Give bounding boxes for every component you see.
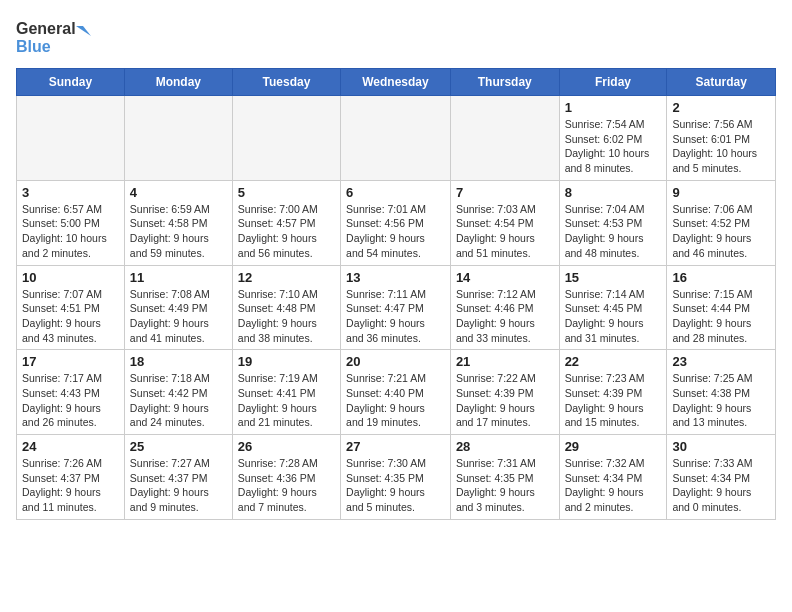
day-number: 22: [565, 354, 662, 369]
svg-marker-2: [76, 26, 91, 36]
day-detail: Sunrise: 7:33 AM Sunset: 4:34 PM Dayligh…: [672, 456, 770, 515]
day-detail: Sunrise: 7:11 AM Sunset: 4:47 PM Dayligh…: [346, 287, 445, 346]
day-detail: Sunrise: 7:17 AM Sunset: 4:43 PM Dayligh…: [22, 371, 119, 430]
day-number: 15: [565, 270, 662, 285]
day-number: 10: [22, 270, 119, 285]
calendar-cell: 30Sunrise: 7:33 AM Sunset: 4:34 PM Dayli…: [667, 435, 776, 520]
weekday-header-wednesday: Wednesday: [341, 69, 451, 96]
day-detail: Sunrise: 7:21 AM Sunset: 4:40 PM Dayligh…: [346, 371, 445, 430]
day-detail: Sunrise: 7:27 AM Sunset: 4:37 PM Dayligh…: [130, 456, 227, 515]
weekday-header-thursday: Thursday: [450, 69, 559, 96]
day-detail: Sunrise: 7:31 AM Sunset: 4:35 PM Dayligh…: [456, 456, 554, 515]
day-detail: Sunrise: 7:08 AM Sunset: 4:49 PM Dayligh…: [130, 287, 227, 346]
day-detail: Sunrise: 7:32 AM Sunset: 4:34 PM Dayligh…: [565, 456, 662, 515]
weekday-header-friday: Friday: [559, 69, 667, 96]
calendar-cell: 26Sunrise: 7:28 AM Sunset: 4:36 PM Dayli…: [232, 435, 340, 520]
day-detail: Sunrise: 7:18 AM Sunset: 4:42 PM Dayligh…: [130, 371, 227, 430]
calendar-cell: [450, 96, 559, 181]
day-detail: Sunrise: 7:01 AM Sunset: 4:56 PM Dayligh…: [346, 202, 445, 261]
week-row-5: 24Sunrise: 7:26 AM Sunset: 4:37 PM Dayli…: [17, 435, 776, 520]
day-detail: Sunrise: 7:28 AM Sunset: 4:36 PM Dayligh…: [238, 456, 335, 515]
calendar-cell: 12Sunrise: 7:10 AM Sunset: 4:48 PM Dayli…: [232, 265, 340, 350]
logo-icon: GeneralBlue: [16, 16, 96, 56]
calendar-cell: 24Sunrise: 7:26 AM Sunset: 4:37 PM Dayli…: [17, 435, 125, 520]
day-detail: Sunrise: 7:12 AM Sunset: 4:46 PM Dayligh…: [456, 287, 554, 346]
day-detail: Sunrise: 6:57 AM Sunset: 5:00 PM Dayligh…: [22, 202, 119, 261]
calendar-cell: 29Sunrise: 7:32 AM Sunset: 4:34 PM Dayli…: [559, 435, 667, 520]
day-number: 4: [130, 185, 227, 200]
calendar-cell: 22Sunrise: 7:23 AM Sunset: 4:39 PM Dayli…: [559, 350, 667, 435]
calendar-cell: 9Sunrise: 7:06 AM Sunset: 4:52 PM Daylig…: [667, 180, 776, 265]
day-number: 14: [456, 270, 554, 285]
calendar-cell: 25Sunrise: 7:27 AM Sunset: 4:37 PM Dayli…: [124, 435, 232, 520]
day-number: 12: [238, 270, 335, 285]
weekday-header-tuesday: Tuesday: [232, 69, 340, 96]
day-detail: Sunrise: 7:15 AM Sunset: 4:44 PM Dayligh…: [672, 287, 770, 346]
day-detail: Sunrise: 7:06 AM Sunset: 4:52 PM Dayligh…: [672, 202, 770, 261]
calendar-cell: 8Sunrise: 7:04 AM Sunset: 4:53 PM Daylig…: [559, 180, 667, 265]
calendar-cell: 10Sunrise: 7:07 AM Sunset: 4:51 PM Dayli…: [17, 265, 125, 350]
week-row-4: 17Sunrise: 7:17 AM Sunset: 4:43 PM Dayli…: [17, 350, 776, 435]
calendar-cell: 20Sunrise: 7:21 AM Sunset: 4:40 PM Dayli…: [341, 350, 451, 435]
day-detail: Sunrise: 7:26 AM Sunset: 4:37 PM Dayligh…: [22, 456, 119, 515]
day-number: 19: [238, 354, 335, 369]
day-number: 20: [346, 354, 445, 369]
day-detail: Sunrise: 7:07 AM Sunset: 4:51 PM Dayligh…: [22, 287, 119, 346]
day-detail: Sunrise: 7:14 AM Sunset: 4:45 PM Dayligh…: [565, 287, 662, 346]
svg-text:Blue: Blue: [16, 38, 51, 55]
week-row-3: 10Sunrise: 7:07 AM Sunset: 4:51 PM Dayli…: [17, 265, 776, 350]
day-number: 24: [22, 439, 119, 454]
day-number: 27: [346, 439, 445, 454]
day-detail: Sunrise: 7:03 AM Sunset: 4:54 PM Dayligh…: [456, 202, 554, 261]
day-number: 1: [565, 100, 662, 115]
calendar-cell: 1Sunrise: 7:54 AM Sunset: 6:02 PM Daylig…: [559, 96, 667, 181]
day-number: 7: [456, 185, 554, 200]
calendar-cell: 21Sunrise: 7:22 AM Sunset: 4:39 PM Dayli…: [450, 350, 559, 435]
day-number: 21: [456, 354, 554, 369]
calendar-cell: [232, 96, 340, 181]
weekday-header-saturday: Saturday: [667, 69, 776, 96]
calendar-cell: 6Sunrise: 7:01 AM Sunset: 4:56 PM Daylig…: [341, 180, 451, 265]
day-number: 30: [672, 439, 770, 454]
page-header: GeneralBlue: [16, 16, 776, 56]
logo: GeneralBlue: [16, 16, 96, 56]
day-number: 8: [565, 185, 662, 200]
calendar-cell: 14Sunrise: 7:12 AM Sunset: 4:46 PM Dayli…: [450, 265, 559, 350]
day-detail: Sunrise: 7:22 AM Sunset: 4:39 PM Dayligh…: [456, 371, 554, 430]
svg-text:General: General: [16, 20, 76, 37]
day-number: 28: [456, 439, 554, 454]
calendar-cell: 17Sunrise: 7:17 AM Sunset: 4:43 PM Dayli…: [17, 350, 125, 435]
calendar-cell: 16Sunrise: 7:15 AM Sunset: 4:44 PM Dayli…: [667, 265, 776, 350]
calendar-cell: 15Sunrise: 7:14 AM Sunset: 4:45 PM Dayli…: [559, 265, 667, 350]
day-detail: Sunrise: 7:30 AM Sunset: 4:35 PM Dayligh…: [346, 456, 445, 515]
day-number: 16: [672, 270, 770, 285]
day-number: 3: [22, 185, 119, 200]
calendar-cell: [17, 96, 125, 181]
calendar-cell: 13Sunrise: 7:11 AM Sunset: 4:47 PM Dayli…: [341, 265, 451, 350]
day-number: 18: [130, 354, 227, 369]
day-number: 25: [130, 439, 227, 454]
day-detail: Sunrise: 7:54 AM Sunset: 6:02 PM Dayligh…: [565, 117, 662, 176]
day-detail: Sunrise: 7:00 AM Sunset: 4:57 PM Dayligh…: [238, 202, 335, 261]
calendar-cell: 5Sunrise: 7:00 AM Sunset: 4:57 PM Daylig…: [232, 180, 340, 265]
day-number: 29: [565, 439, 662, 454]
day-detail: Sunrise: 7:04 AM Sunset: 4:53 PM Dayligh…: [565, 202, 662, 261]
day-number: 9: [672, 185, 770, 200]
calendar-cell: 19Sunrise: 7:19 AM Sunset: 4:41 PM Dayli…: [232, 350, 340, 435]
weekday-header-row: SundayMondayTuesdayWednesdayThursdayFrid…: [17, 69, 776, 96]
day-detail: Sunrise: 7:23 AM Sunset: 4:39 PM Dayligh…: [565, 371, 662, 430]
day-detail: Sunrise: 7:56 AM Sunset: 6:01 PM Dayligh…: [672, 117, 770, 176]
calendar-table: SundayMondayTuesdayWednesdayThursdayFrid…: [16, 68, 776, 520]
day-detail: Sunrise: 7:10 AM Sunset: 4:48 PM Dayligh…: [238, 287, 335, 346]
weekday-header-sunday: Sunday: [17, 69, 125, 96]
day-detail: Sunrise: 7:19 AM Sunset: 4:41 PM Dayligh…: [238, 371, 335, 430]
day-number: 26: [238, 439, 335, 454]
weekday-header-monday: Monday: [124, 69, 232, 96]
day-number: 17: [22, 354, 119, 369]
calendar-cell: 11Sunrise: 7:08 AM Sunset: 4:49 PM Dayli…: [124, 265, 232, 350]
calendar-cell: 2Sunrise: 7:56 AM Sunset: 6:01 PM Daylig…: [667, 96, 776, 181]
calendar-cell: [124, 96, 232, 181]
calendar-cell: 28Sunrise: 7:31 AM Sunset: 4:35 PM Dayli…: [450, 435, 559, 520]
calendar-cell: 3Sunrise: 6:57 AM Sunset: 5:00 PM Daylig…: [17, 180, 125, 265]
day-number: 2: [672, 100, 770, 115]
